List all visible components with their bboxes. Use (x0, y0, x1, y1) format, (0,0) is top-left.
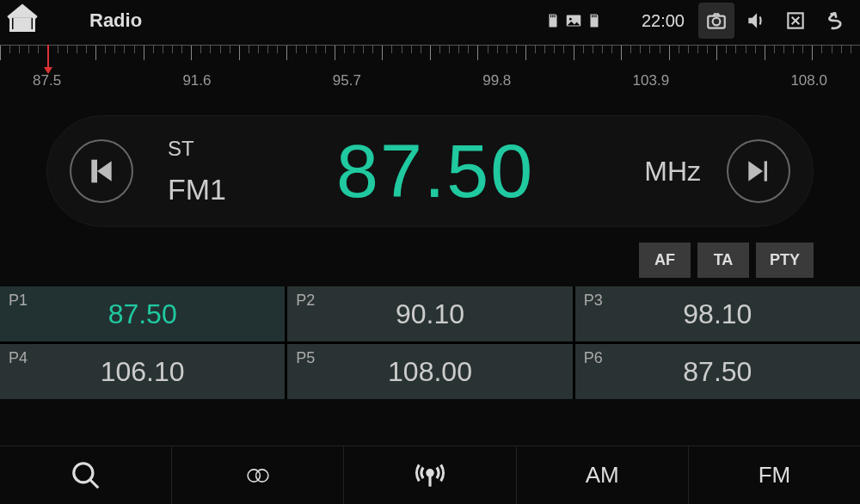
preset-label: P5 (296, 349, 315, 367)
preset-3[interactable]: P398.10 (575, 286, 860, 341)
bottom-nav: AM FM (0, 446, 860, 504)
pty-button[interactable]: PTY (756, 243, 814, 278)
preset-value: 87.50 (12, 298, 273, 330)
svg-rect-0 (550, 15, 551, 17)
preset-label: P6 (584, 349, 603, 367)
svg-rect-12 (765, 161, 767, 181)
preset-6[interactable]: P687.50 (575, 344, 860, 399)
rds-options: AF TA PTY (0, 243, 814, 278)
search-button[interactable] (0, 446, 172, 504)
svg-rect-7 (595, 15, 596, 17)
frequency-display: ST FM1 87.50 MHz (46, 115, 814, 227)
dial-label: 103.9 (633, 72, 670, 89)
back-icon[interactable] (817, 3, 853, 39)
preset-5[interactable]: P5108.00 (287, 344, 572, 399)
svg-rect-5 (592, 15, 593, 17)
current-frequency: 87.50 (226, 127, 644, 215)
dial-labels: 87.591.695.799.8103.9108.0 (0, 72, 860, 89)
clock: 22:00 (642, 11, 685, 31)
svg-rect-1 (552, 15, 553, 17)
home-button[interactable] (7, 3, 38, 38)
preset-value: 98.10 (587, 298, 848, 330)
frequency-unit: MHz (644, 156, 701, 187)
preset-grid: P187.50P290.10P398.10P4106.10P5108.00P68… (0, 286, 860, 399)
preset-2[interactable]: P290.10 (287, 286, 572, 341)
af-button[interactable]: AF (639, 243, 691, 278)
next-station-button[interactable] (727, 139, 790, 203)
picture-icon (564, 9, 583, 32)
broadcast-button[interactable] (344, 446, 516, 504)
ta-button[interactable]: TA (697, 243, 749, 278)
dial-label: 87.5 (33, 72, 61, 89)
svg-point-13 (73, 463, 92, 482)
preset-value: 106.10 (12, 356, 273, 388)
svg-point-9 (713, 18, 721, 26)
sd-card-icon-2 (585, 9, 604, 32)
preset-value: 108.00 (299, 356, 560, 388)
status-bar: Radio 22:00 (0, 0, 860, 41)
storage-icons (544, 9, 604, 32)
volume-icon[interactable] (738, 3, 774, 39)
svg-point-15 (255, 469, 267, 481)
svg-point-16 (427, 470, 433, 475)
dial-label: 99.8 (482, 72, 511, 89)
preset-label: P2 (296, 292, 315, 310)
preset-label: P4 (9, 349, 28, 367)
svg-point-4 (569, 18, 572, 21)
dial-label: 91.6 (182, 72, 211, 89)
preset-label: P1 (9, 292, 28, 310)
preset-1[interactable]: P187.50 (0, 286, 285, 341)
band-label: FM1 (168, 173, 226, 206)
sd-card-icon (544, 9, 562, 32)
svg-rect-2 (554, 15, 555, 17)
preset-label: P3 (584, 292, 603, 310)
app-title: Radio (89, 9, 142, 32)
fm-band-button[interactable]: FM (689, 446, 860, 504)
am-band-button[interactable]: AM (517, 446, 689, 504)
dial-label: 108.0 (790, 72, 827, 89)
preset-value: 87.50 (587, 356, 848, 388)
stereo-indicator: ST (168, 137, 226, 161)
svg-rect-6 (593, 15, 594, 17)
dial-label: 95.7 (333, 72, 361, 89)
stereo-button[interactable] (172, 446, 344, 504)
camera-icon[interactable] (698, 3, 734, 39)
preset-value: 90.10 (299, 298, 560, 330)
frequency-dial[interactable]: 87.591.695.799.8103.9108.0 (0, 45, 860, 96)
svg-rect-11 (93, 161, 95, 181)
preset-4[interactable]: P4106.10 (0, 344, 285, 399)
close-window-icon[interactable] (777, 3, 814, 39)
dial-pointer (47, 45, 49, 69)
prev-station-button[interactable] (70, 139, 133, 203)
